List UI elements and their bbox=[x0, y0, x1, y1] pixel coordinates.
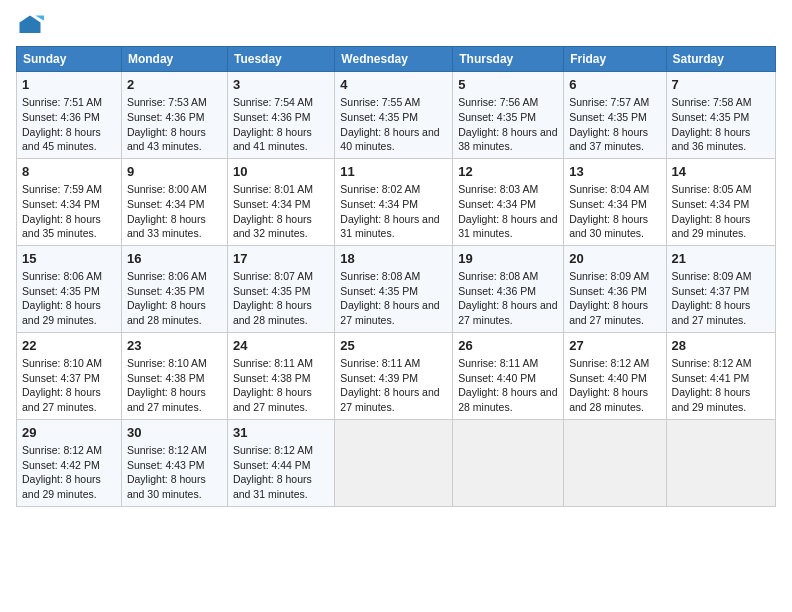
daylight-label: Daylight: 8 hours and 41 minutes. bbox=[233, 126, 312, 153]
daylight-label: Daylight: 8 hours and 31 minutes. bbox=[458, 213, 557, 240]
sunset-label: Sunset: 4:35 PM bbox=[458, 111, 536, 123]
sunset-label: Sunset: 4:37 PM bbox=[672, 285, 750, 297]
week-row-1: 1Sunrise: 7:51 AMSunset: 4:36 PMDaylight… bbox=[17, 72, 776, 159]
day-number: 24 bbox=[233, 337, 329, 355]
sunrise-label: Sunrise: 7:56 AM bbox=[458, 96, 538, 108]
sunset-label: Sunset: 4:37 PM bbox=[22, 372, 100, 384]
calendar-cell: 19Sunrise: 8:08 AMSunset: 4:36 PMDayligh… bbox=[453, 245, 564, 332]
day-number: 18 bbox=[340, 250, 447, 268]
logo bbox=[16, 12, 48, 40]
daylight-label: Daylight: 8 hours and 27 minutes. bbox=[458, 299, 557, 326]
sunset-label: Sunset: 4:35 PM bbox=[672, 111, 750, 123]
calendar-cell: 3Sunrise: 7:54 AMSunset: 4:36 PMDaylight… bbox=[227, 72, 334, 159]
calendar-cell bbox=[453, 419, 564, 506]
sunset-label: Sunset: 4:39 PM bbox=[340, 372, 418, 384]
logo-icon bbox=[16, 12, 44, 40]
daylight-label: Daylight: 8 hours and 31 minutes. bbox=[340, 213, 439, 240]
sunset-label: Sunset: 4:34 PM bbox=[127, 198, 205, 210]
day-number: 17 bbox=[233, 250, 329, 268]
sunset-label: Sunset: 4:36 PM bbox=[22, 111, 100, 123]
sunrise-label: Sunrise: 8:07 AM bbox=[233, 270, 313, 282]
calendar-cell: 18Sunrise: 8:08 AMSunset: 4:35 PMDayligh… bbox=[335, 245, 453, 332]
calendar-cell: 30Sunrise: 8:12 AMSunset: 4:43 PMDayligh… bbox=[121, 419, 227, 506]
daylight-label: Daylight: 8 hours and 35 minutes. bbox=[22, 213, 101, 240]
calendar-cell: 29Sunrise: 8:12 AMSunset: 4:42 PMDayligh… bbox=[17, 419, 122, 506]
calendar-cell: 17Sunrise: 8:07 AMSunset: 4:35 PMDayligh… bbox=[227, 245, 334, 332]
day-number: 26 bbox=[458, 337, 558, 355]
sunrise-label: Sunrise: 8:08 AM bbox=[340, 270, 420, 282]
sunrise-label: Sunrise: 8:12 AM bbox=[569, 357, 649, 369]
sunrise-label: Sunrise: 8:11 AM bbox=[233, 357, 313, 369]
daylight-label: Daylight: 8 hours and 28 minutes. bbox=[127, 299, 206, 326]
calendar-cell: 2Sunrise: 7:53 AMSunset: 4:36 PMDaylight… bbox=[121, 72, 227, 159]
sunrise-label: Sunrise: 8:06 AM bbox=[127, 270, 207, 282]
day-number: 3 bbox=[233, 76, 329, 94]
calendar-cell: 26Sunrise: 8:11 AMSunset: 4:40 PMDayligh… bbox=[453, 332, 564, 419]
sunrise-label: Sunrise: 8:00 AM bbox=[127, 183, 207, 195]
header-row bbox=[16, 12, 776, 40]
daylight-label: Daylight: 8 hours and 29 minutes. bbox=[672, 386, 751, 413]
week-row-5: 29Sunrise: 8:12 AMSunset: 4:42 PMDayligh… bbox=[17, 419, 776, 506]
calendar-cell: 15Sunrise: 8:06 AMSunset: 4:35 PMDayligh… bbox=[17, 245, 122, 332]
sunrise-label: Sunrise: 8:01 AM bbox=[233, 183, 313, 195]
calendar-cell: 9Sunrise: 8:00 AMSunset: 4:34 PMDaylight… bbox=[121, 158, 227, 245]
sunset-label: Sunset: 4:38 PM bbox=[127, 372, 205, 384]
daylight-label: Daylight: 8 hours and 43 minutes. bbox=[127, 126, 206, 153]
daylight-label: Daylight: 8 hours and 29 minutes. bbox=[22, 473, 101, 500]
calendar-cell: 5Sunrise: 7:56 AMSunset: 4:35 PMDaylight… bbox=[453, 72, 564, 159]
svg-marker-0 bbox=[20, 16, 41, 34]
sunrise-label: Sunrise: 8:11 AM bbox=[458, 357, 538, 369]
calendar-cell bbox=[335, 419, 453, 506]
calendar-cell: 28Sunrise: 8:12 AMSunset: 4:41 PMDayligh… bbox=[666, 332, 775, 419]
week-row-4: 22Sunrise: 8:10 AMSunset: 4:37 PMDayligh… bbox=[17, 332, 776, 419]
sunrise-label: Sunrise: 8:08 AM bbox=[458, 270, 538, 282]
sunrise-label: Sunrise: 7:51 AM bbox=[22, 96, 102, 108]
day-number: 9 bbox=[127, 163, 222, 181]
sunset-label: Sunset: 4:41 PM bbox=[672, 372, 750, 384]
daylight-label: Daylight: 8 hours and 40 minutes. bbox=[340, 126, 439, 153]
sunset-label: Sunset: 4:34 PM bbox=[672, 198, 750, 210]
calendar-cell: 7Sunrise: 7:58 AMSunset: 4:35 PMDaylight… bbox=[666, 72, 775, 159]
calendar-cell: 6Sunrise: 7:57 AMSunset: 4:35 PMDaylight… bbox=[564, 72, 666, 159]
daylight-label: Daylight: 8 hours and 45 minutes. bbox=[22, 126, 101, 153]
sunrise-label: Sunrise: 7:55 AM bbox=[340, 96, 420, 108]
day-number: 16 bbox=[127, 250, 222, 268]
column-header-saturday: Saturday bbox=[666, 47, 775, 72]
calendar-cell: 25Sunrise: 8:11 AMSunset: 4:39 PMDayligh… bbox=[335, 332, 453, 419]
day-number: 1 bbox=[22, 76, 116, 94]
calendar-cell bbox=[666, 419, 775, 506]
sunrise-label: Sunrise: 8:10 AM bbox=[127, 357, 207, 369]
sunrise-label: Sunrise: 8:12 AM bbox=[22, 444, 102, 456]
daylight-label: Daylight: 8 hours and 38 minutes. bbox=[458, 126, 557, 153]
column-header-thursday: Thursday bbox=[453, 47, 564, 72]
sunset-label: Sunset: 4:34 PM bbox=[458, 198, 536, 210]
daylight-label: Daylight: 8 hours and 37 minutes. bbox=[569, 126, 648, 153]
day-number: 19 bbox=[458, 250, 558, 268]
daylight-label: Daylight: 8 hours and 28 minutes. bbox=[458, 386, 557, 413]
day-number: 31 bbox=[233, 424, 329, 442]
sunset-label: Sunset: 4:36 PM bbox=[127, 111, 205, 123]
sunset-label: Sunset: 4:40 PM bbox=[569, 372, 647, 384]
day-number: 11 bbox=[340, 163, 447, 181]
sunset-label: Sunset: 4:34 PM bbox=[569, 198, 647, 210]
week-row-2: 8Sunrise: 7:59 AMSunset: 4:34 PMDaylight… bbox=[17, 158, 776, 245]
sunset-label: Sunset: 4:36 PM bbox=[458, 285, 536, 297]
day-number: 15 bbox=[22, 250, 116, 268]
week-row-3: 15Sunrise: 8:06 AMSunset: 4:35 PMDayligh… bbox=[17, 245, 776, 332]
sunset-label: Sunset: 4:34 PM bbox=[22, 198, 100, 210]
day-number: 10 bbox=[233, 163, 329, 181]
calendar-cell: 13Sunrise: 8:04 AMSunset: 4:34 PMDayligh… bbox=[564, 158, 666, 245]
daylight-label: Daylight: 8 hours and 27 minutes. bbox=[127, 386, 206, 413]
calendar-cell: 24Sunrise: 8:11 AMSunset: 4:38 PMDayligh… bbox=[227, 332, 334, 419]
sunrise-label: Sunrise: 8:09 AM bbox=[569, 270, 649, 282]
day-number: 30 bbox=[127, 424, 222, 442]
sunset-label: Sunset: 4:43 PM bbox=[127, 459, 205, 471]
daylight-label: Daylight: 8 hours and 33 minutes. bbox=[127, 213, 206, 240]
day-number: 29 bbox=[22, 424, 116, 442]
day-number: 28 bbox=[672, 337, 770, 355]
daylight-label: Daylight: 8 hours and 27 minutes. bbox=[340, 386, 439, 413]
day-number: 7 bbox=[672, 76, 770, 94]
calendar-cell: 23Sunrise: 8:10 AMSunset: 4:38 PMDayligh… bbox=[121, 332, 227, 419]
calendar-cell: 22Sunrise: 8:10 AMSunset: 4:37 PMDayligh… bbox=[17, 332, 122, 419]
calendar-header-row: SundayMondayTuesdayWednesdayThursdayFrid… bbox=[17, 47, 776, 72]
